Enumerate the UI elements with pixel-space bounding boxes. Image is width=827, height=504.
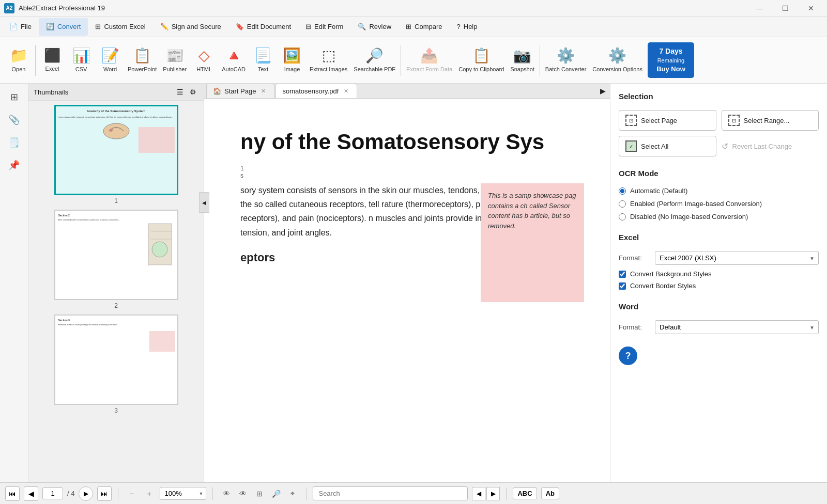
- convert-border-styles-checkbox[interactable]: [619, 282, 626, 290]
- toolbar-powerpoint[interactable]: 📋 PowerPoint: [125, 40, 160, 81]
- menu-item-review[interactable]: 🔍 Review: [350, 18, 399, 36]
- excel-format-select[interactable]: Excel 2007 (XLSX) Excel 97-2003 (XLS) CS…: [655, 251, 819, 265]
- toolbar-autocad[interactable]: 🔺 AutoCAD: [219, 40, 249, 81]
- close-btn[interactable]: ✕: [799, 0, 823, 17]
- nav-next-btn[interactable]: ⏭: [97, 486, 112, 501]
- view-double-btn[interactable]: 👁: [236, 486, 250, 501]
- toolbar-excel[interactable]: ⬛ Excel: [38, 40, 67, 81]
- toolbar-word[interactable]: 📝 Word: [96, 40, 125, 81]
- ocr-automatic[interactable]: Automatic (Default): [619, 187, 819, 195]
- menu-item-help[interactable]: ? Help: [450, 18, 485, 36]
- nav-prev-btn[interactable]: ◀: [24, 486, 38, 501]
- select-page-btn[interactable]: ⊡ Select Page: [619, 110, 716, 131]
- excel-format-wrapper: Excel 2007 (XLSX) Excel 97-2003 (XLS) CS…: [655, 251, 819, 265]
- ocr-disabled-radio[interactable]: [619, 213, 626, 220]
- toolbar-extract-form-data: 📤 Extract Form Data: [403, 40, 455, 81]
- toolbar-html[interactable]: ◇ HTML: [190, 40, 219, 81]
- word-format-select[interactable]: Default DOCX DOC RTF: [655, 320, 819, 334]
- thumbnail-item-3[interactable]: Section 3 Additional details on neural p…: [33, 314, 200, 414]
- revert-label: Revert Last Change: [732, 143, 792, 150]
- view-select-btn[interactable]: ⌖: [285, 486, 300, 501]
- page-input[interactable]: [42, 487, 63, 499]
- toolbar-open[interactable]: 📁 Open: [4, 40, 33, 81]
- ab-btn[interactable]: Ab: [541, 487, 559, 499]
- menu-item-edit-form[interactable]: ⊟ Edit Form: [298, 18, 350, 36]
- ocr-disabled[interactable]: Disabled (No Image-based Conversion): [619, 213, 819, 220]
- doc-body[interactable]: sory system consists of sensors in the s…: [240, 183, 574, 267]
- ocr-enabled[interactable]: Enabled (Perform Image-based Conversion): [619, 200, 819, 208]
- search-prev-btn[interactable]: ◀: [472, 487, 485, 500]
- text-label: Text: [258, 66, 268, 73]
- toolbar-snapshot[interactable]: 📷 Snapshot: [507, 40, 537, 81]
- toolbar-batch-converter[interactable]: ⚙️ Batch Converter: [542, 40, 589, 81]
- abc-btn[interactable]: ABC: [513, 487, 537, 499]
- open-label: Open: [12, 66, 26, 73]
- thumbnail-label-2: 2: [114, 302, 118, 309]
- thumbnail-settings-btn[interactable]: ⚙: [188, 87, 198, 97]
- thumbnail-item-2[interactable]: Section 2 More content about the somatos…: [33, 210, 200, 309]
- extract-form-data-label: Extract Form Data: [406, 66, 452, 73]
- toolbar-copy-to-clipboard[interactable]: 📋 Copy to Clipboard: [455, 40, 507, 81]
- toolbar-csv[interactable]: 📊 CSV: [67, 40, 96, 81]
- thumbnail-controls: ☰ ⚙: [175, 87, 198, 97]
- pdf-tab-label: somatosensory.pdf: [282, 87, 339, 95]
- copy-to-clipboard-label: Copy to Clipboard: [458, 66, 504, 73]
- thumbnail-menu-btn[interactable]: ☰: [175, 87, 186, 97]
- view-fit-btn[interactable]: ⊞: [252, 486, 267, 501]
- ocr-enabled-radio[interactable]: [619, 200, 626, 208]
- zoom-out-btn[interactable]: −: [125, 487, 138, 500]
- word-format-row: Format: Default DOCX DOC RTF: [619, 320, 819, 334]
- toolbar-extract-images[interactable]: ⬚ Extract Images: [307, 40, 350, 81]
- review-icon: 🔍: [358, 23, 366, 30]
- thumbnail-pink-block-1: [139, 127, 175, 153]
- minimize-btn[interactable]: —: [747, 0, 771, 17]
- restore-btn[interactable]: ☐: [773, 0, 797, 17]
- menu-item-compare[interactable]: ⊞ Compare: [399, 18, 449, 36]
- svg-point-5: [152, 242, 167, 257]
- select-range-btn[interactable]: ⊡ Select Range...: [722, 110, 819, 131]
- search-input[interactable]: [313, 486, 468, 500]
- convert-border-styles[interactable]: Convert Border Styles: [619, 282, 819, 290]
- ocr-automatic-radio[interactable]: [619, 187, 626, 195]
- convert-label: Convert: [57, 23, 81, 30]
- zoom-select-wrapper: 50% 75% 100% 125% 150% 200%: [160, 487, 206, 500]
- menu-item-convert[interactable]: 🔄 Convert: [39, 18, 88, 36]
- sidebar-grid-btn[interactable]: ⊞: [5, 88, 23, 106]
- menu-item-file[interactable]: 📄 File: [2, 18, 39, 36]
- view-zoom-btn[interactable]: 🔎: [269, 486, 283, 501]
- select-all-btn[interactable]: ✓ Select All: [619, 136, 716, 156]
- word-label: Word: [103, 66, 117, 73]
- publisher-label: Publisher: [163, 66, 187, 73]
- sidebar-notes-btn[interactable]: 🗒️: [5, 133, 23, 152]
- thumbnail-item-1[interactable]: Anatomy of the Somatosensory System Lore…: [33, 105, 200, 204]
- tab-pdf[interactable]: somatosensory.pdf ✕: [275, 84, 357, 98]
- menu-item-custom-excel[interactable]: ⊞ Custom Excel: [88, 18, 152, 36]
- search-next-btn[interactable]: ▶: [486, 487, 500, 500]
- pdf-tab-close[interactable]: ✕: [344, 88, 348, 94]
- toolbar-publisher[interactable]: 📰 Publisher: [160, 40, 190, 81]
- menu-item-sign-secure[interactable]: ✏️ Sign and Secure: [153, 18, 228, 36]
- view-single-btn[interactable]: 👁: [219, 486, 234, 501]
- convert-bg-styles-checkbox[interactable]: [619, 271, 626, 278]
- help-button[interactable]: ?: [619, 346, 637, 365]
- toolbar-text[interactable]: 📃 Text: [249, 40, 278, 81]
- toolbar-conversion-options[interactable]: ⚙️ Conversion Options: [589, 40, 646, 81]
- nav-first-btn[interactable]: ⏮: [5, 486, 20, 501]
- sidebar-stamp-btn[interactable]: 📌: [5, 156, 23, 175]
- toolbar-image[interactable]: 🖼️ Image: [278, 40, 307, 81]
- toolbar-searchable-pdf[interactable]: 🔎 Searchable PDF: [350, 40, 399, 81]
- sidebar-attach-btn[interactable]: 📎: [5, 111, 23, 129]
- menu-item-edit-document[interactable]: 🔖 Edit Document: [228, 18, 298, 36]
- tab-right-arrow[interactable]: ▶: [596, 85, 610, 97]
- collapse-panel-btn[interactable]: ◀: [199, 192, 209, 213]
- convert-icon: 🔄: [46, 23, 54, 30]
- start-page-close[interactable]: ✕: [261, 88, 266, 94]
- buy-now-button[interactable]: 7 Days Remaining Buy Now: [648, 42, 694, 78]
- zoom-select[interactable]: 50% 75% 100% 125% 150% 200%: [160, 487, 206, 500]
- tab-start-page[interactable]: 🏠 Start Page ✕: [206, 84, 274, 98]
- tab-bar: 🏠 Start Page ✕ somatosensory.pdf ✕ ▶: [204, 84, 610, 99]
- convert-bg-styles[interactable]: Convert Background Styles: [619, 270, 819, 278]
- zoom-in-btn[interactable]: +: [142, 487, 156, 500]
- doc-content: ny of the Somatosensory Sys 1 s sory sys…: [204, 99, 610, 482]
- play-btn[interactable]: ▶: [79, 486, 93, 501]
